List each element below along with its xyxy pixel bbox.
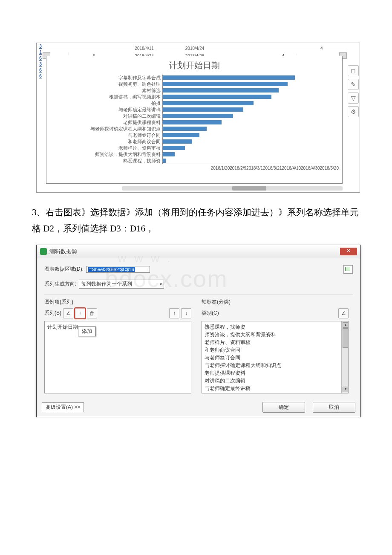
chart-filters-icon[interactable]: ▽ <box>348 92 359 104</box>
chart-elements-icon[interactable]: ◻ <box>348 65 359 76</box>
chart-range-label: 图表数据区域(D): <box>44 266 84 273</box>
category-item[interactable]: 对讲稿的二次编辑 <box>205 377 346 384</box>
edit-category-icon[interactable]: ∠ <box>338 308 349 318</box>
series-item[interactable]: 计划开始日期 <box>47 323 188 331</box>
chart-y-labels: 字幕制作及字幕合成视频初剪、调色处理素材筛选根据讲稿，编写视频剧本拍摄与老师确定… <box>50 75 162 164</box>
horizontal-scrollbar[interactable] <box>122 186 343 191</box>
chart-range-value: =Sheet3!$B$2:$C$16 <box>88 267 135 272</box>
category-c-label: 类别(C) <box>202 309 219 317</box>
move-down-icon[interactable]: ↓ <box>181 308 191 318</box>
category-item[interactable]: 老师样片、资料审核 <box>205 338 346 346</box>
partial-row-1: 2018/4/11 2018/4/24 4 <box>43 43 347 51</box>
chart-x-axis: 2018/1/202018/2/92018/3/12018/3/212018/4… <box>50 166 339 171</box>
series-listbox[interactable]: 计划开始日期 添加 <box>44 321 191 393</box>
chart-plot-area[interactable]: 计划开始日期 字幕制作及字幕合成视频初剪、调色处理素材筛选根据讲稿，编写视频剧本… <box>46 56 343 184</box>
scroll-down-icon[interactable]: ▾ <box>343 387 348 392</box>
edit-data-source-dialog: W W W . bdocx.com 编辑数据源 ✕ 图表数据区域(D): =Sh… <box>36 245 361 417</box>
category-item[interactable]: 和老师商议合同 <box>205 346 346 354</box>
instruction-step-3: 3、右击图表》选择数据》添加（将用到的任务内容添加进去）》系列名称选择单元格 D… <box>32 205 360 237</box>
app-icon <box>40 248 47 255</box>
edit-series-icon[interactable]: ∠ <box>63 308 73 318</box>
delete-series-icon[interactable]: 🗑 <box>87 308 97 318</box>
scrollbar-thumb[interactable] <box>232 186 266 191</box>
scrollbar-thumb[interactable] <box>343 328 348 348</box>
series-direction-label: 系列生成方向: <box>44 280 76 288</box>
category-item[interactable]: 与老师确定最终讲稿 <box>205 384 346 392</box>
cell-date: 2018/4/24 <box>170 46 220 51</box>
scroll-up-icon[interactable]: ▴ <box>343 322 348 328</box>
range-picker-icon[interactable] <box>343 265 353 274</box>
series-s-label: 系列(S) <box>44 309 61 317</box>
cell-num: 4 <box>297 46 347 51</box>
chart-styles-icon[interactable]: ✎ <box>348 79 359 90</box>
dialog-titlebar: 编辑数据源 ✕ <box>37 245 360 258</box>
axis-labels-header: 轴标签(分类) <box>202 298 349 306</box>
close-button[interactable]: ✕ <box>340 248 357 255</box>
chart-title: 计划开始日期 <box>50 60 339 71</box>
dialog-title: 编辑数据源 <box>49 248 77 255</box>
add-series-button[interactable]: ＋ <box>75 308 85 318</box>
chart-range-input[interactable]: =Sheet3!$B$2:$C$16 <box>86 266 150 273</box>
left-ruler: 316366 <box>37 43 43 192</box>
category-item[interactable]: 与老师签订合同 <box>205 354 346 361</box>
category-item[interactable]: 熟悉课程，找师资 <box>205 323 346 331</box>
category-item[interactable]: 老师提供课程资料 <box>205 369 346 377</box>
category-listbox[interactable]: ▴ ▾ 熟悉课程，找师资师资洽谈，提供大纲和背景资料老师样片、资料审核和老师商议… <box>202 321 349 393</box>
chart-toolbar: ◻ ✎ ▽ ⚙ <box>347 63 360 120</box>
chart-settings-icon[interactable]: ⚙ <box>348 106 359 117</box>
chart-bars <box>162 75 339 164</box>
list-scrollbar[interactable]: ▴ ▾ <box>341 321 348 393</box>
cancel-button[interactable]: 取消 <box>313 402 355 413</box>
category-item[interactable]: 与老师探讨确定课程大纲和知识点 <box>205 361 346 369</box>
series-direction-select[interactable]: 每列数据作为一个系列 <box>79 280 164 289</box>
add-tooltip: 添加 <box>78 327 96 336</box>
legend-series-header: 图例项(系列) <box>44 298 191 306</box>
ok-button[interactable]: 确定 <box>262 402 305 413</box>
excel-chart-screenshot: 316366 2018/4/11 2018/4/24 4 5 2018/4/24… <box>36 43 360 193</box>
cell-date: 2018/4/11 <box>119 46 169 51</box>
series-direction-value: 每列数据作为一个系列 <box>81 280 132 288</box>
move-up-icon[interactable]: ↑ <box>169 308 179 318</box>
category-item[interactable]: 师资洽谈，提供大纲和背景资料 <box>205 331 346 338</box>
advanced-settings-button[interactable]: 高级设置(A) >> <box>42 402 84 412</box>
